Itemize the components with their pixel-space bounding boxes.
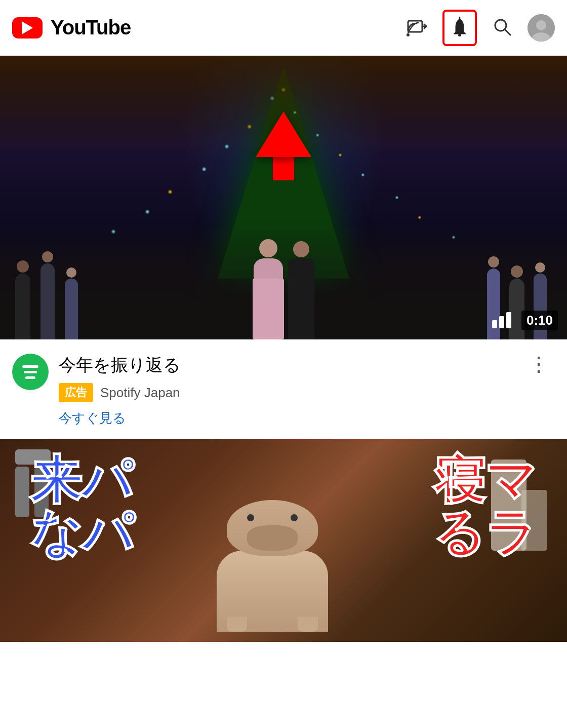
svg-point-1: [407, 33, 410, 36]
cta-link[interactable]: 今すぐ見る: [59, 409, 513, 427]
app-header: YouTube: [0, 0, 567, 56]
bulldog: [217, 551, 328, 632]
quality-bar-3: [506, 312, 511, 328]
cast-icon[interactable]: [406, 16, 428, 40]
youtube-logo-icon[interactable]: [12, 17, 43, 39]
bell-icon[interactable]: [449, 16, 471, 40]
more-options-button[interactable]: ⋮: [523, 354, 555, 374]
spotify-line-3: [25, 376, 35, 379]
header-actions: [406, 10, 555, 46]
logo-area: YouTube: [12, 16, 131, 39]
video-info-section: 今年を振り返る 広告 Spotify Japan 今すぐ見る ⋮: [0, 339, 567, 439]
video-thumbnail-1[interactable]: 0:10: [0, 56, 567, 339]
quality-bar-1: [492, 320, 497, 328]
spotify-line-1: [22, 365, 38, 368]
svg-line-8: [505, 29, 510, 35]
video-thumbnail-2[interactable]: 来パ なパ 寝マ るラ: [0, 439, 567, 642]
ad-badge: 広告: [59, 383, 93, 402]
people-area: [0, 218, 567, 339]
channel-avatar[interactable]: [12, 354, 49, 390]
channel-line: 広告 Spotify Japan: [59, 383, 513, 402]
red-arrow-indicator: [256, 111, 311, 180]
notification-bell-wrapper[interactable]: [442, 10, 477, 46]
jp-text-right: 寝マ るラ: [433, 454, 537, 558]
jp-text-na: なパ: [30, 507, 134, 558]
spotify-logo: [22, 365, 38, 379]
jp-text-kuru: 来パ: [30, 454, 134, 505]
jp-text-neru: 寝マ: [434, 454, 537, 505]
svg-point-10: [536, 20, 546, 30]
spotify-line-2: [24, 371, 37, 373]
svg-rect-5: [458, 34, 461, 36]
video-meta: 今年を振り返る 広告 Spotify Japan 今すぐ見る: [59, 354, 513, 427]
quality-bar-2: [499, 316, 504, 328]
search-icon[interactable]: [491, 16, 513, 40]
second-video-background: 来パ なパ 寝マ るラ: [0, 439, 567, 642]
video-duration: 0:10: [521, 311, 558, 330]
app-title: YouTube: [51, 16, 131, 39]
avatar-icon[interactable]: [528, 14, 555, 42]
channel-name[interactable]: Spotify Japan: [100, 385, 180, 401]
jp-text-left: 来パ なパ: [30, 454, 134, 558]
quality-bars: [492, 312, 511, 328]
video-background: [0, 56, 567, 339]
video-title[interactable]: 今年を振り返る: [59, 354, 513, 376]
jp-text-ru: るラ: [433, 507, 537, 558]
